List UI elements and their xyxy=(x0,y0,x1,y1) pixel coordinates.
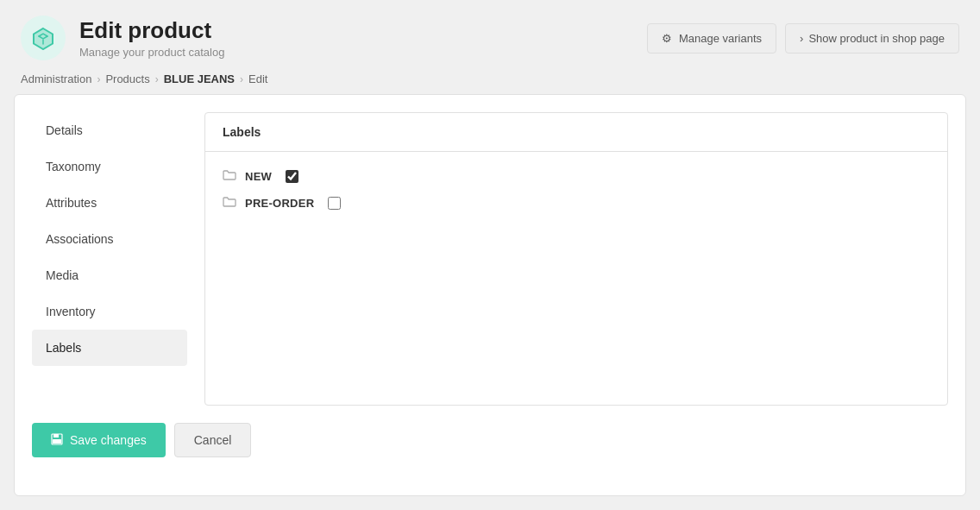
svg-rect-1 xyxy=(53,434,59,438)
folder-icon-pre-order xyxy=(223,196,236,211)
breadcrumb: Administration › Products › BLUE JEANS ›… xyxy=(0,72,980,94)
content-body: NEW PRE-ORDER xyxy=(205,152,947,240)
label-item-pre-order: PRE-ORDER xyxy=(223,196,930,211)
label-new-text: NEW xyxy=(245,170,272,183)
content-area: Labels NEW xyxy=(204,112,948,406)
sidebar-item-associations[interactable]: Associations xyxy=(32,221,187,257)
page-title: Edit product xyxy=(79,17,224,44)
footer-actions: Save changes Cancel xyxy=(32,423,948,457)
sidebar-item-inventory[interactable]: Inventory xyxy=(32,293,187,330)
save-button[interactable]: Save changes xyxy=(32,423,166,457)
sidebar-item-taxonomy[interactable]: Taxonomy xyxy=(32,148,187,185)
show-shop-button[interactable]: › Show product in shop page xyxy=(785,23,959,54)
breadcrumb-current: Edit xyxy=(248,72,267,85)
sep-2: › xyxy=(155,73,159,85)
sidebar-item-labels[interactable]: Labels xyxy=(32,330,187,366)
sep-3: › xyxy=(240,73,243,85)
label-new-checkbox[interactable] xyxy=(286,170,298,183)
svg-rect-2 xyxy=(53,439,61,444)
breadcrumb-administration[interactable]: Administration xyxy=(21,72,91,85)
header-left: Edit product Manage your product catalog xyxy=(21,16,224,60)
sidebar-nav: Details Taxonomy Attributes Associations… xyxy=(32,112,187,406)
breadcrumb-product-name[interactable]: BLUE JEANS xyxy=(164,72,235,85)
label-pre-order-text: PRE-ORDER xyxy=(245,197,314,210)
sidebar-item-details[interactable]: Details xyxy=(32,112,187,148)
section-title: Labels xyxy=(223,125,261,139)
arrow-icon: › xyxy=(800,32,803,45)
card-inner: Details Taxonomy Attributes Associations… xyxy=(32,112,948,406)
sidebar-item-attributes[interactable]: Attributes xyxy=(32,185,187,221)
manage-variants-button[interactable]: ⚙ Manage variants xyxy=(647,23,776,54)
sidebar-item-media[interactable]: Media xyxy=(32,257,187,293)
header-title: Edit product Manage your product catalog xyxy=(79,17,224,59)
content-header: Labels xyxy=(205,113,947,152)
manage-variants-label: Manage variants xyxy=(679,32,762,45)
label-item-new: NEW xyxy=(223,169,930,184)
sep-1: › xyxy=(97,73,100,85)
label-pre-order-checkbox[interactable] xyxy=(328,197,341,210)
header-actions: ⚙ Manage variants › Show product in shop… xyxy=(647,23,959,54)
page-header: Edit product Manage your product catalog… xyxy=(0,0,980,72)
show-shop-label: Show product in shop page xyxy=(808,32,945,45)
save-label: Save changes xyxy=(70,433,147,447)
folder-icon-new xyxy=(223,169,236,184)
page-subtitle: Manage your product catalog xyxy=(79,46,224,59)
breadcrumb-products[interactable]: Products xyxy=(105,72,149,85)
cancel-button[interactable]: Cancel xyxy=(174,423,252,457)
save-icon xyxy=(51,433,63,448)
logo-icon xyxy=(21,16,66,60)
variants-icon: ⚙ xyxy=(662,32,672,45)
main-card: Details Taxonomy Attributes Associations… xyxy=(14,94,966,496)
